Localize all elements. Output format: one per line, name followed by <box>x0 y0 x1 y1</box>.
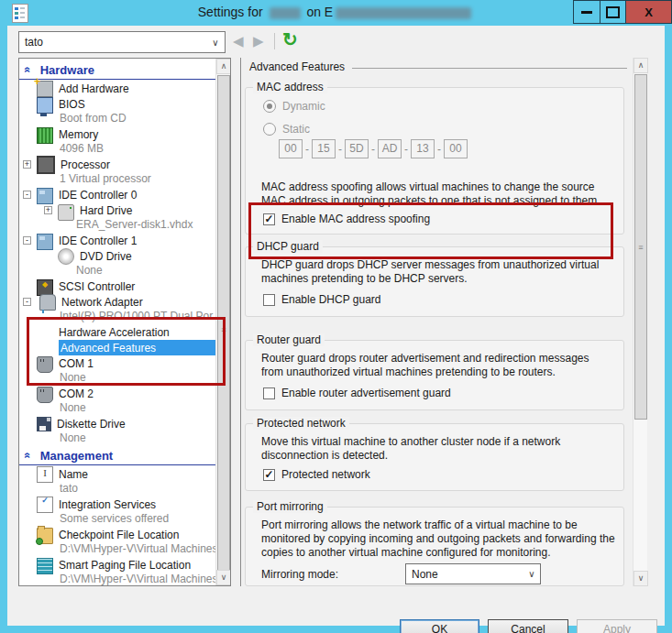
checkbox-unchecked-icon[interactable]: ✓ <box>263 294 275 306</box>
title-server-initial: E <box>325 5 333 19</box>
integration-services-icon: ✓ <box>37 497 53 513</box>
collapse-toggle[interactable]: - <box>23 298 31 306</box>
scsi-controller-icon: ◆ <box>37 279 53 296</box>
mac-octet-field: 15 <box>312 139 336 158</box>
sidebar-item-com1[interactable]: COM 1 <box>19 355 215 371</box>
sidebar-item-memory[interactable]: Memory <box>19 126 215 142</box>
sidebar-item-advanced-features[interactable]: Advanced Features <box>59 340 215 355</box>
mac-octet-field: AD <box>378 139 402 158</box>
enable-router-guard-row[interactable]: ✓ Enable router advertisement guard <box>263 387 451 399</box>
sidebar-item-com2[interactable]: COM 2 <box>19 386 215 401</box>
group-mac-address: MAC address Dynamic Static 00- 15- 5D- A… <box>245 87 624 235</box>
tree-scrollbar-thumb[interactable]: ≡ <box>217 75 230 584</box>
ide-controller-icon <box>37 188 53 204</box>
sidebar-item-add-hardware[interactable]: Add Hardware <box>19 81 215 96</box>
sidebar-subtext: Intel(R) PRO/1000 PT Dual Por... <box>19 310 215 324</box>
tree-scrollbar[interactable]: ∧ ≡ ∨ <box>215 59 230 585</box>
sidebar-item-processor[interactable]: + Processor <box>19 157 215 172</box>
ok-button[interactable]: OK <box>400 619 479 633</box>
sidebar-item-dvd-drive[interactable]: DVD Drive <box>19 248 215 264</box>
sidebar-subtext: tato <box>19 482 215 497</box>
mirroring-mode-select[interactable]: None ∨ <box>405 563 541 584</box>
sidebar-item-network-adapter[interactable]: - Network Adapter <box>19 294 215 310</box>
mac-spoofing-description: MAC address spoofing allows virtual mach… <box>261 180 608 208</box>
enable-mac-spoofing-row[interactable]: ✓ Enable MAC address spoofing <box>263 213 430 225</box>
name-icon: I <box>37 466 53 483</box>
maximize-button[interactable] <box>600 0 626 24</box>
sidebar-subtext: D:\VM\Hyper-V\Virtual Machines <box>19 542 215 557</box>
sidebar-item-checkpoint-file-location[interactable]: Checkpoint File Location <box>19 527 215 542</box>
title-prefix: Settings for <box>198 5 263 19</box>
network-adapter-icon <box>39 294 56 311</box>
sidebar-item-name[interactable]: I Name <box>19 466 215 482</box>
sidebar-item-scsi-controller[interactable]: ◆ SCSI Controller <box>19 278 215 294</box>
com-port-icon <box>37 387 53 403</box>
sidebar-item-hard-drive[interactable]: + Hard Drive <box>19 202 215 218</box>
radio-button-icon <box>263 123 276 136</box>
sidebar-item-integration-services[interactable]: ✓ Integration Services <box>19 497 215 512</box>
sidebar-item-smart-paging-file-location[interactable]: Smart Paging File Location <box>19 557 215 573</box>
section-hardware[interactable]: « Hardware <box>19 60 215 80</box>
group-protected-network: Protected network Move this virtual mach… <box>245 423 624 491</box>
minimize-icon <box>581 11 592 14</box>
redacted-vm-name <box>270 7 301 19</box>
cancel-button[interactable]: Cancel <box>488 619 568 633</box>
settings-window: Settings for on E X tato ∨ ◀ ▶ ↻ « Hardw… <box>0 0 672 633</box>
dvd-drive-icon <box>58 248 74 265</box>
expand-toggle[interactable]: + <box>44 206 52 214</box>
sidebar-subtext: None <box>19 401 215 416</box>
panel-scrollbar[interactable]: ∧ ≡ ∨ <box>633 58 647 586</box>
collapse-toggle[interactable]: - <box>23 236 31 245</box>
radio-static: Static <box>263 123 310 136</box>
group-router-guard: Router guard Router guard drops router a… <box>245 340 624 410</box>
close-button[interactable]: X <box>625 0 672 24</box>
toolbar-separator <box>274 33 275 49</box>
titlebar: Settings for on E X <box>0 0 672 26</box>
sidebar-item-diskette-drive[interactable]: Diskette Drive <box>19 416 215 431</box>
panel-left-border <box>240 58 241 586</box>
minimize-button[interactable] <box>573 0 600 24</box>
redacted-server-name <box>336 7 471 19</box>
group-legend: MAC address <box>253 81 327 93</box>
group-legend: DHCP guard <box>253 240 323 253</box>
collapse-chevron-icon: « <box>21 453 34 459</box>
sidebar-subtext: Boot from CD <box>19 112 215 126</box>
sidebar-item-hardware-acceleration[interactable]: Hardware Acceleration <box>19 324 215 340</box>
checkbox-checked-icon[interactable]: ✓ <box>263 469 275 481</box>
protected-network-description: Move this virtual machine to another clu… <box>261 435 621 463</box>
smart-paging-icon <box>37 558 53 574</box>
collapse-toggle[interactable]: - <box>23 191 31 199</box>
group-legend: Protected network <box>253 417 349 430</box>
scroll-down-icon[interactable]: ∨ <box>633 571 648 586</box>
checkbox-unchecked-icon[interactable]: ✓ <box>263 387 275 399</box>
panel-scrollbar-thumb[interactable]: ≡ <box>634 74 647 420</box>
apply-button[interactable]: Apply <box>577 619 657 633</box>
scroll-up-icon[interactable]: ∧ <box>633 58 648 73</box>
protected-network-row[interactable]: ✓ Protected network <box>263 468 370 481</box>
mirroring-mode-row: Mirroring mode: None ∨ <box>261 563 541 584</box>
sidebar-item-bios[interactable]: BIOS <box>19 96 215 112</box>
vm-selector[interactable]: tato ∨ <box>18 31 226 53</box>
sidebar-subtext: None <box>19 371 215 386</box>
forward-button[interactable]: ▶ <box>253 33 264 49</box>
checkbox-checked-icon[interactable]: ✓ <box>263 213 275 225</box>
section-management[interactable]: « Management <box>19 446 215 465</box>
back-button[interactable]: ◀ <box>233 33 244 49</box>
sidebar-subtext: Some services offered <box>19 512 215 527</box>
collapse-chevron-icon: « <box>21 67 34 73</box>
hardware-tree: « Hardware Add Hardware BIOS Boot from C… <box>18 58 231 586</box>
header-rule <box>352 68 627 69</box>
client-area: tato ∨ ◀ ▶ ↻ « Hardware Add Hardware <box>7 26 665 626</box>
mac-octet-field: 00 <box>279 139 303 158</box>
group-legend: Router guard <box>253 333 325 346</box>
scroll-up-icon[interactable]: ∧ <box>216 59 231 74</box>
sidebar-item-ide-controller-0[interactable]: - IDE Controller 0 <box>19 187 215 202</box>
sidebar-item-ide-controller-1[interactable]: - IDE Controller 1 <box>19 233 215 248</box>
mac-address-fields: 00- 15- 5D- AD- 13- 00 <box>279 139 468 158</box>
refresh-button[interactable]: ↻ <box>282 28 298 50</box>
scroll-down-icon[interactable]: ∨ <box>216 570 231 585</box>
expand-toggle[interactable]: + <box>23 160 31 169</box>
router-guard-description: Router guard drops router advertisement … <box>261 352 610 379</box>
chevron-down-icon: ∨ <box>523 569 540 579</box>
enable-dhcp-guard-row[interactable]: ✓ Enable DHCP guard <box>263 293 381 306</box>
